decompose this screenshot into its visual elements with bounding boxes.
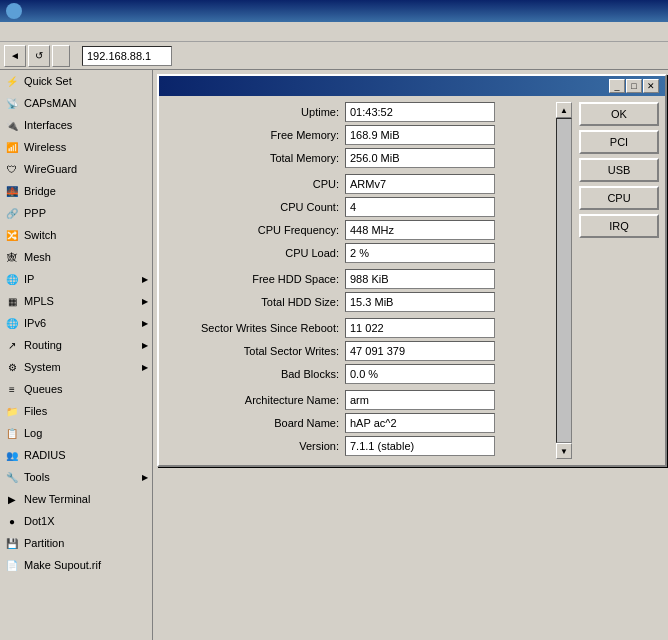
sidebar-label-files: Files: [24, 405, 148, 417]
queues-icon: ≡: [4, 381, 20, 397]
field-label: Total Sector Writes:: [165, 345, 345, 357]
sidebar-item-wireguard[interactable]: 🛡WireGuard: [0, 158, 152, 180]
submenu-arrow-icon: ▶: [142, 275, 148, 284]
field-row: Total Memory:256.0 MiB: [165, 148, 553, 168]
files-icon: 📁: [4, 403, 20, 419]
sidebar-label-switch: Switch: [24, 229, 148, 241]
sidebar-label-radius: RADIUS: [24, 449, 148, 461]
new-terminal-icon: ▶: [4, 491, 20, 507]
sidebar-item-dot1x[interactable]: ●Dot1X: [0, 510, 152, 532]
sidebar-item-make-supout[interactable]: 📄Make Supout.rif: [0, 554, 152, 576]
field-label: Total HDD Size:: [165, 296, 345, 308]
sidebar-item-queues[interactable]: ≡Queues: [0, 378, 152, 400]
field-value: 0.0 %: [345, 364, 495, 384]
sidebar-item-radius[interactable]: 👥RADIUS: [0, 444, 152, 466]
sidebar-label-queues: Queues: [24, 383, 148, 395]
sidebar-item-mpls[interactable]: ▦MPLS▶: [0, 290, 152, 312]
field-label: CPU Count:: [165, 201, 345, 213]
sidebar-item-mesh[interactable]: 🕸Mesh: [0, 246, 152, 268]
wireguard-icon: 🛡: [4, 161, 20, 177]
dot1x-icon: ●: [4, 513, 20, 529]
field-value: 7.1.1 (stable): [345, 436, 495, 456]
irq-button[interactable]: IRQ: [579, 214, 659, 238]
scroll-up-button[interactable]: ▲: [556, 102, 572, 118]
partition-icon: 💾: [4, 535, 20, 551]
close-button[interactable]: ✕: [643, 79, 659, 93]
scroll-down-button[interactable]: ▼: [556, 443, 572, 459]
ok-button[interactable]: OK: [579, 102, 659, 126]
field-value: arm: [345, 390, 495, 410]
field-label: Uptime:: [165, 106, 345, 118]
sidebar-item-ppp[interactable]: 🔗PPP: [0, 202, 152, 224]
content-area: _ □ ✕ Uptime:01:43:52Free Memory:168.9 M…: [153, 70, 668, 640]
submenu-arrow-icon: ▶: [142, 297, 148, 306]
sidebar-item-log[interactable]: 📋Log: [0, 422, 152, 444]
menu-dashboard[interactable]: [32, 31, 48, 33]
field-row: Bad Blocks:0.0 %: [165, 364, 553, 384]
mesh-icon: 🕸: [4, 249, 20, 265]
cpu-button[interactable]: CPU: [579, 186, 659, 210]
field-label: Free HDD Space:: [165, 273, 345, 285]
field-row: Total HDD Size:15.3 MiB: [165, 292, 553, 312]
main-layout: ⚡Quick Set📡CAPsMAN🔌Interfaces📶Wireless🛡W…: [0, 70, 668, 640]
back-button[interactable]: ◄: [4, 45, 26, 67]
log-icon: 📋: [4, 425, 20, 441]
field-value: 01:43:52: [345, 102, 495, 122]
sidebar-item-switch[interactable]: 🔀Switch: [0, 224, 152, 246]
sidebar-item-quick-set[interactable]: ⚡Quick Set: [0, 70, 152, 92]
sidebar-label-new-terminal: New Terminal: [24, 493, 148, 505]
menu-settings[interactable]: [16, 31, 32, 33]
field-label: CPU Frequency:: [165, 224, 345, 236]
field-value: 2 %: [345, 243, 495, 263]
routing-icon: ↗: [4, 337, 20, 353]
field-row: CPU:ARMv7: [165, 174, 553, 194]
safe-mode-button[interactable]: [52, 45, 70, 67]
field-value: 448 MHz: [345, 220, 495, 240]
wireless-icon: 📶: [4, 139, 20, 155]
minimize-button[interactable]: _: [609, 79, 625, 93]
sidebar-label-interfaces: Interfaces: [24, 119, 148, 131]
maximize-button[interactable]: □: [626, 79, 642, 93]
sidebar-label-log: Log: [24, 427, 148, 439]
sidebar-item-tools[interactable]: 🔧Tools▶: [0, 466, 152, 488]
sidebar-item-partition[interactable]: 💾Partition: [0, 532, 152, 554]
sidebar-label-dot1x: Dot1X: [24, 515, 148, 527]
sidebar-label-partition: Partition: [24, 537, 148, 549]
dialog-controls: _ □ ✕: [609, 79, 659, 93]
sidebar-label-routing: Routing: [24, 339, 142, 351]
sidebar-item-interfaces[interactable]: 🔌Interfaces: [0, 114, 152, 136]
sidebar-item-capsman[interactable]: 📡CAPsMAN: [0, 92, 152, 114]
capsman-icon: 📡: [4, 95, 20, 111]
sidebar-item-ip[interactable]: 🌐IP▶: [0, 268, 152, 290]
sidebar-item-bridge[interactable]: 🌉Bridge: [0, 180, 152, 202]
sidebar-item-files[interactable]: 📁Files: [0, 400, 152, 422]
ppp-icon: 🔗: [4, 205, 20, 221]
make-supout-icon: 📄: [4, 557, 20, 573]
field-label: Free Memory:: [165, 129, 345, 141]
field-row: Free HDD Space:988 KiB: [165, 269, 553, 289]
scrollbar: ▲ ▼: [555, 102, 573, 459]
sidebar-item-wireless[interactable]: 📶Wireless: [0, 136, 152, 158]
field-value: hAP ac^2: [345, 413, 495, 433]
pci-button[interactable]: PCI: [579, 130, 659, 154]
forward-button[interactable]: ↺: [28, 45, 50, 67]
session-input[interactable]: [82, 46, 172, 66]
field-row: CPU Count:4: [165, 197, 553, 217]
title-bar: [0, 0, 668, 22]
sidebar-item-new-terminal[interactable]: ▶New Terminal: [0, 488, 152, 510]
dialog-titlebar[interactable]: _ □ ✕: [159, 76, 665, 96]
usb-button[interactable]: USB: [579, 158, 659, 182]
sidebar-label-mesh: Mesh: [24, 251, 148, 263]
field-label: Sector Writes Since Reboot:: [165, 322, 345, 334]
sidebar-label-ip: IP: [24, 273, 142, 285]
menu-session[interactable]: [0, 31, 16, 33]
field-value: 168.9 MiB: [345, 125, 495, 145]
scroll-track[interactable]: [556, 118, 572, 443]
sidebar-item-ipv6[interactable]: 🌐IPv6▶: [0, 312, 152, 334]
field-value: 988 KiB: [345, 269, 495, 289]
field-label: Version:: [165, 440, 345, 452]
sidebar-item-system[interactable]: ⚙System▶: [0, 356, 152, 378]
sidebar-item-routing[interactable]: ↗Routing▶: [0, 334, 152, 356]
quick-set-icon: ⚡: [4, 73, 20, 89]
menu-bar: [0, 22, 668, 42]
